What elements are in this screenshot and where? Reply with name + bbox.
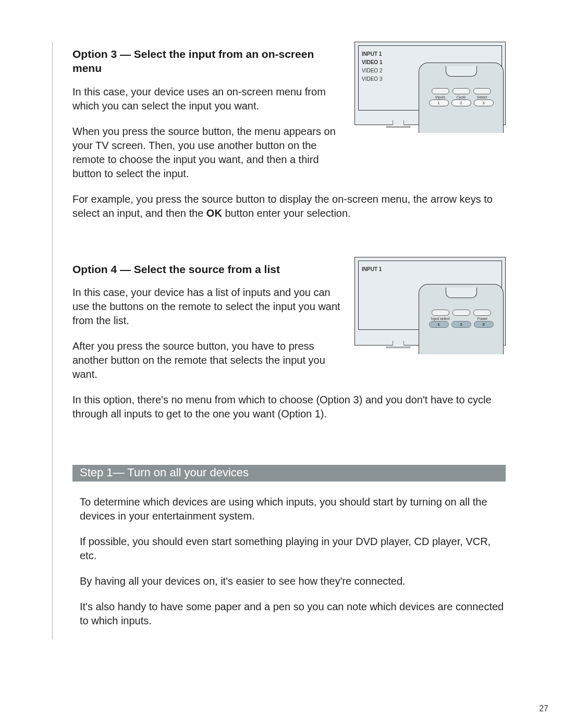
remote-button-label: Inputs [432, 95, 449, 99]
spacer [72, 232, 506, 257]
option4-figure: INPUT 1 Input select Power 1 2 [354, 257, 506, 346]
option4-heading: Option 4 — Select the source from a list [72, 262, 344, 276]
remote-button-label: Input select [431, 317, 450, 320]
remote-top-row: Inputs Cycle Select [419, 88, 503, 99]
tv-frame: INPUT 1 Input select Power 1 2 [354, 257, 506, 346]
menu-item: VIDEO 3 [362, 75, 382, 83]
remote-ir-window [446, 66, 477, 77]
tv-screen: INPUT 1 VIDEO 1 VIDEO 2 VIDEO 3 Inputs C… [358, 45, 502, 110]
remote-num-button: 2 [451, 321, 471, 328]
option3-p3: For example, you press the source button… [72, 192, 506, 220]
option3-row: Option 3 — Select the input from an on-s… [72, 42, 506, 192]
remote-button [432, 88, 449, 94]
option3-textcol: Option 3 — Select the input from an on-s… [72, 42, 344, 192]
option3-p1: In this case, your device uses an on-scr… [72, 85, 344, 113]
remote-num-row: 1 2 3 [419, 321, 503, 328]
onscreen-menu: INPUT 1 [362, 265, 382, 274]
tv-base [386, 126, 410, 128]
step1-heading: Step 1— Turn on all your devices [72, 465, 506, 482]
remote-control: Inputs Cycle Select 1 2 3 [419, 63, 504, 133]
step1-p1: To determine which devices are using whi… [80, 495, 506, 523]
remote-control: Input select Power 1 2 3 [419, 284, 504, 354]
option4-textcol: Option 4 — Select the source from a list… [72, 257, 344, 393]
menu-item: VIDEO 2 [362, 67, 382, 75]
option3-heading: Option 3 — Select the input from an on-s… [72, 47, 344, 76]
option4-row: Option 4 — Select the source from a list… [72, 257, 506, 393]
remote-button-label: Cycle [452, 95, 470, 99]
remote-button [452, 88, 470, 94]
onscreen-menu: INPUT 1 VIDEO 1 VIDEO 2 VIDEO 3 [362, 50, 382, 83]
ok-bold: OK [206, 207, 222, 219]
option4-p3: In this option, there's no menu from whi… [72, 393, 506, 421]
step1-p2: If possible, you should even start somet… [80, 535, 506, 563]
remote-ir-window [446, 288, 477, 298]
menu-item: INPUT 1 [362, 265, 382, 274]
page-number: 27 [539, 704, 548, 713]
option3-figure: INPUT 1 VIDEO 1 VIDEO 2 VIDEO 3 Inputs C… [354, 42, 506, 125]
remote-button [473, 310, 491, 316]
option4-p2: After you press the source button, you h… [72, 339, 344, 381]
remote-button-label: Power [473, 317, 491, 320]
remote-button [452, 310, 470, 316]
text-fragment: button enter your selection. [222, 207, 351, 219]
remote-num-button: 1 [429, 321, 449, 328]
remote-num-row: 1 2 3 [419, 100, 503, 106]
step1-p3: By having all your devices on, it's easi… [80, 574, 506, 588]
remote-num-button: 3 [474, 321, 494, 328]
remote-num-button: 3 [474, 100, 494, 106]
remote-num-button: 2 [451, 100, 471, 106]
content-column: Option 3 — Select the input from an on-s… [53, 42, 511, 628]
remote-num-button: 1 [429, 100, 449, 106]
tv-base [386, 347, 410, 348]
option3-p2: When you press the source button, the me… [72, 125, 344, 181]
remote-button [432, 310, 449, 316]
tv-stand [393, 120, 404, 125]
step1-p4: It's also handy to have some paper and a… [80, 600, 506, 628]
menu-item: VIDEO 1 [362, 58, 382, 67]
tv-frame: INPUT 1 VIDEO 1 VIDEO 2 VIDEO 3 Inputs C… [354, 42, 506, 125]
tv-stand [393, 341, 404, 346]
tv-screen: INPUT 1 Input select Power 1 2 [358, 261, 502, 330]
remote-button-label: Select [473, 95, 491, 99]
remote-button [473, 88, 491, 94]
menu-item: INPUT 1 [362, 50, 382, 58]
step1-content: To determine which devices are using whi… [72, 495, 506, 628]
page-frame: Option 3 — Select the input from an on-s… [52, 42, 511, 639]
remote-top-row: Input select Power [419, 310, 503, 320]
option4-p1: In this case, your device has a list of … [72, 286, 344, 328]
